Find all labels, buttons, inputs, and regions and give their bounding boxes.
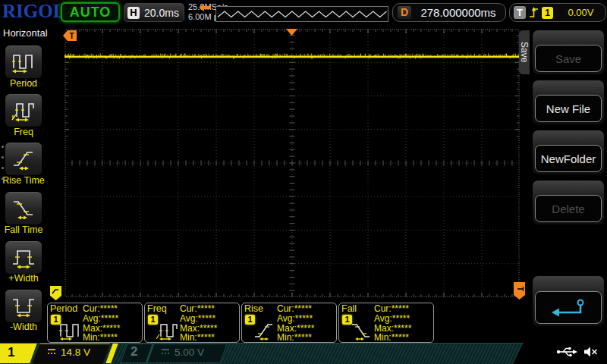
- preview-left-arrow-icon: [199, 4, 211, 11]
- sidebar-item-label: Period: [0, 78, 47, 89]
- period-wave-icon: [59, 321, 82, 340]
- sidebar-item-period[interactable]: [5, 46, 42, 78]
- channel1-scale-value: 14.8 V: [61, 347, 90, 358]
- min-label: Min:: [374, 332, 392, 343]
- speaker-muted-icon: [583, 346, 598, 358]
- usb-icon: [556, 346, 577, 358]
- min-value: *****: [392, 332, 409, 343]
- rise-wave-icon: [253, 321, 276, 340]
- sidebar-item-label: Freq: [0, 127, 47, 137]
- softkey-back[interactable]: [533, 276, 604, 326]
- trigger-delay-box[interactable]: D 278.000000ms: [392, 3, 506, 22]
- scroll-dot: [2, 156, 4, 158]
- fall-wave-icon: [351, 321, 373, 340]
- minus-width-icon: [11, 295, 36, 318]
- sidebar-title: Horizontal: [3, 27, 48, 39]
- measurement-box-freq[interactable]: Freq 1 Cur:***** Avg:***** Max:***** Min…: [144, 303, 240, 343]
- measurement-name: Period: [50, 303, 77, 314]
- measurement-box-rise[interactable]: Rise 1 Cur:***** Avg:***** Max:***** Min…: [241, 303, 337, 343]
- softkey-new-folder-label: NewFolder: [535, 145, 602, 172]
- measurement-box-fall[interactable]: Fall 1 Cur:***** Avg:***** Max:***** Min…: [338, 303, 434, 343]
- scroll-dot: [2, 146, 4, 148]
- timebase-value: 20.0ms: [140, 7, 184, 19]
- trigger-position-marker: [286, 29, 297, 36]
- dc-coupling-icon: [47, 348, 56, 356]
- trigger-t-icon: T: [514, 6, 526, 19]
- rigol-logo: RIGOL: [2, 1, 65, 22]
- channel1-number: 1: [8, 345, 14, 360]
- trigger-level-marker: T: [63, 30, 77, 41]
- scroll-dot: [2, 177, 4, 180]
- min-label: Min:: [277, 332, 294, 343]
- min-label: Min:: [83, 332, 100, 343]
- sidebar-item-label: +Width: [0, 273, 47, 284]
- svg-text:T: T: [516, 287, 524, 291]
- softkey-new-folder[interactable]: NewFolder: [533, 130, 604, 174]
- sidebar-item-freq[interactable]: [5, 94, 42, 127]
- trigger-status-box[interactable]: T 1 0.00V: [509, 3, 606, 22]
- trigger-source-badge: 1: [542, 7, 553, 19]
- softkey-save-label: Save: [535, 45, 602, 72]
- softkey-delete[interactable]: Delete: [533, 180, 604, 224]
- sidebar-item-minus-width[interactable]: [5, 290, 42, 322]
- period-icon: [11, 51, 36, 74]
- sidebar-item-label: -Width: [0, 322, 47, 332]
- rising-edge-icon: [529, 6, 539, 19]
- sidebar-item-fall-time[interactable]: [5, 192, 42, 224]
- softkey-new-file[interactable]: New File: [533, 80, 604, 124]
- graticule: [64, 29, 520, 297]
- channel2-number: 2: [131, 344, 137, 359]
- min-value: *****: [294, 332, 312, 343]
- rise-time-icon: [11, 148, 36, 171]
- min-value: *****: [100, 332, 118, 343]
- scroll-dot: [2, 167, 4, 169]
- plus-width-icon: [11, 246, 36, 269]
- sidebar-item-label: Fall Time: [0, 224, 47, 235]
- fall-time-icon: [11, 197, 36, 220]
- trigger-level-value: 0.00V: [556, 7, 605, 18]
- sidebar-item-rise-time[interactable]: [5, 143, 42, 175]
- sidebar-item-plus-width[interactable]: [5, 241, 42, 274]
- measurement-name: Fall: [341, 303, 357, 314]
- waveform-preview-strip[interactable]: [215, 6, 388, 22]
- sidebar-item-label: Rise Time: [0, 175, 47, 186]
- freq-wave-icon: [156, 321, 179, 340]
- delay-d-icon: D: [398, 6, 411, 19]
- channel2-scale-value: 5.00 V: [175, 347, 204, 358]
- measurement-name: Freq: [147, 303, 167, 314]
- svg-text:T: T: [69, 32, 74, 40]
- horizontal-timebase-box[interactable]: H 20.0ms: [124, 3, 184, 22]
- softkey-new-file-label: New File: [535, 95, 602, 122]
- return-arrow-icon: [547, 297, 590, 318]
- horizontal-h-icon: H: [127, 7, 140, 19]
- measurement-box-period[interactable]: Period 1 Cur:***** Avg:***** Max:***** M…: [47, 303, 143, 343]
- delay-value: 278.000000ms: [411, 6, 505, 19]
- oscilloscope-screen: RIGOL AUTO H 20.0ms 25.0MSa/s 6.00M pts …: [0, 0, 607, 364]
- softkey-save[interactable]: Save: [533, 30, 604, 74]
- run-status-badge[interactable]: AUTO: [61, 2, 120, 22]
- measurement-name: Rise: [244, 303, 263, 314]
- freq-icon: [11, 99, 36, 122]
- channel1-offscreen-marker: [50, 286, 61, 301]
- min-label: Min:: [180, 332, 197, 343]
- trigger-edge-marker: T: [514, 282, 525, 300]
- dc-coupling-icon: [161, 348, 170, 356]
- min-value: *****: [197, 332, 215, 343]
- softkey-delete-label: Delete: [535, 195, 602, 222]
- menu-tab-save: Save: [519, 30, 530, 74]
